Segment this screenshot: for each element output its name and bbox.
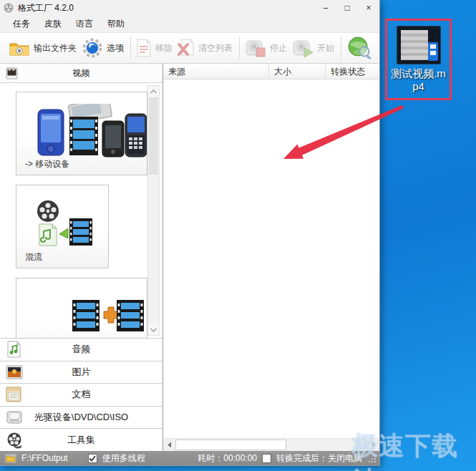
start-icon: [292, 38, 314, 58]
hscrollbar-thumb[interactable]: [175, 440, 286, 450]
preset-mobile-devices[interactable]: -> 移动设备: [16, 92, 147, 175]
list-body[interactable]: [163, 79, 379, 438]
close-button[interactable]: ×: [358, 1, 379, 15]
title-bar[interactable]: 格式工厂 4.2.0 – □ ×: [0, 0, 379, 16]
minimize-button[interactable]: –: [315, 1, 336, 15]
sidebar-item-audio[interactable]: 音频: [0, 339, 162, 361]
sidebar-item-picture-label: 图片: [0, 361, 162, 384]
desktop-video-file[interactable]: 测试视频.mp4: [387, 26, 450, 93]
join-icon: [72, 298, 144, 333]
shutdown-label: 转换完成后：关闭电脑: [276, 452, 362, 465]
menu-help[interactable]: 帮助: [100, 16, 132, 32]
clear-list-icon: [178, 39, 195, 57]
stop-button[interactable]: 停止: [245, 38, 287, 58]
scroll-right-icon[interactable]: [367, 439, 379, 451]
menu-language[interactable]: 语言: [69, 16, 100, 32]
horizontal-scrollbar[interactable]: [163, 438, 379, 451]
statusbar-folder-icon[interactable]: [5, 454, 16, 463]
category-list: 音频 图片 文档: [0, 339, 162, 451]
toolbar-separator: [130, 37, 131, 59]
column-source[interactable]: 来源: [163, 64, 269, 79]
clear-list-button[interactable]: 清空列表: [178, 39, 233, 57]
toolbar-separator: [341, 37, 341, 59]
stop-icon: [245, 38, 266, 58]
start-button[interactable]: 开始: [292, 38, 334, 58]
desktop-file-label: 测试视频.mp4: [389, 67, 449, 93]
output-folder-icon: [9, 39, 30, 57]
multithread-checkbox[interactable]: [88, 454, 97, 463]
sidebar-item-picture[interactable]: 图片: [0, 361, 162, 384]
output-path[interactable]: F:\FFOutput: [21, 453, 68, 463]
mux-icon: [32, 198, 95, 248]
status-bar: F:\FFOutput 使用多线程 耗时：00:00:00 转换完成后：关闭电脑: [0, 451, 379, 465]
desktop-file-highlight: 测试视频.mp4: [385, 19, 452, 100]
start-label: 开始: [317, 42, 334, 54]
column-state[interactable]: 转换状态: [326, 64, 379, 79]
menu-skin[interactable]: 皮肤: [37, 16, 69, 32]
stop-label: 停止: [270, 42, 287, 54]
app-icon: [4, 3, 14, 13]
sidebar-item-optical-label: 光驱设备\DVD\CD\ISO: [0, 407, 162, 429]
web-button[interactable]: [346, 36, 372, 60]
tab-video[interactable]: 视频: [0, 64, 162, 83]
remove-icon: [136, 39, 152, 57]
scroll-up-icon[interactable]: [148, 86, 159, 97]
conversion-list: 来源 大小 转换状态: [163, 64, 379, 451]
resize-grip[interactable]: [367, 454, 377, 463]
scroll-down-icon[interactable]: [148, 324, 159, 335]
scrollbar-thumb[interactable]: [149, 97, 158, 175]
desktop: 格式工厂 4.2.0 – □ × 任务 皮肤 语言 帮助 输出文件夹: [0, 0, 476, 471]
options-label: 选项: [107, 42, 124, 54]
sidebar-item-audio-label: 音频: [0, 339, 162, 361]
sidebar-scrollbar[interactable]: [147, 85, 160, 336]
clear-list-label: 清空列表: [198, 42, 233, 54]
desktop-video-file-icon: [397, 26, 441, 64]
video-tab-label: 视频: [0, 64, 162, 82]
sidebar-item-toolset-label: 工具集: [0, 429, 162, 451]
main-area: 视频: [0, 64, 379, 451]
preset-video-join[interactable]: [16, 278, 147, 339]
sidebar-item-document-label: 文档: [0, 384, 162, 406]
mobile-devices-icon: [34, 104, 147, 158]
menu-bar: 任务 皮肤 语言 帮助: [0, 16, 379, 32]
window-title: 格式工厂 4.2.0: [18, 2, 315, 14]
elapsed-time: 耗时：00:00:00: [198, 452, 257, 465]
list-header: 来源 大小 转换状态: [163, 64, 379, 79]
remove-button[interactable]: 移除: [136, 39, 173, 57]
video-preset-panel: -> 移动设备: [0, 83, 162, 339]
menu-task[interactable]: 任务: [6, 16, 37, 32]
scroll-left-icon[interactable]: [163, 439, 175, 451]
options-icon: [82, 37, 103, 59]
shutdown-checkbox[interactable]: [262, 454, 271, 463]
preset-mobile-devices-label: -> 移动设备: [25, 158, 69, 170]
web-icon: [346, 36, 372, 60]
sidebar-item-optical[interactable]: 光驱设备\DVD\CD\ISO: [0, 407, 162, 429]
options-button[interactable]: 选项: [82, 37, 124, 59]
sidebar-item-toolset[interactable]: 工具集: [0, 429, 162, 451]
toolbar-separator: [239, 37, 240, 59]
output-folder-button[interactable]: 输出文件夹: [9, 39, 77, 57]
sidebar: 视频: [0, 64, 163, 451]
output-folder-label: 输出文件夹: [34, 42, 77, 54]
sidebar-item-document[interactable]: 文档: [0, 384, 162, 407]
remove-label: 移除: [155, 42, 173, 54]
toolbar: 输出文件夹 选项 移除 清空列表: [0, 32, 379, 64]
maximize-button[interactable]: □: [336, 1, 358, 15]
multithread-label: 使用多线程: [102, 452, 145, 465]
column-size[interactable]: 大小: [269, 64, 326, 79]
format-factory-window: 格式工厂 4.2.0 – □ × 任务 皮肤 语言 帮助 输出文件夹: [0, 0, 380, 466]
preset-mux[interactable]: 混流: [16, 185, 109, 268]
preset-mux-label: 混流: [25, 251, 42, 263]
